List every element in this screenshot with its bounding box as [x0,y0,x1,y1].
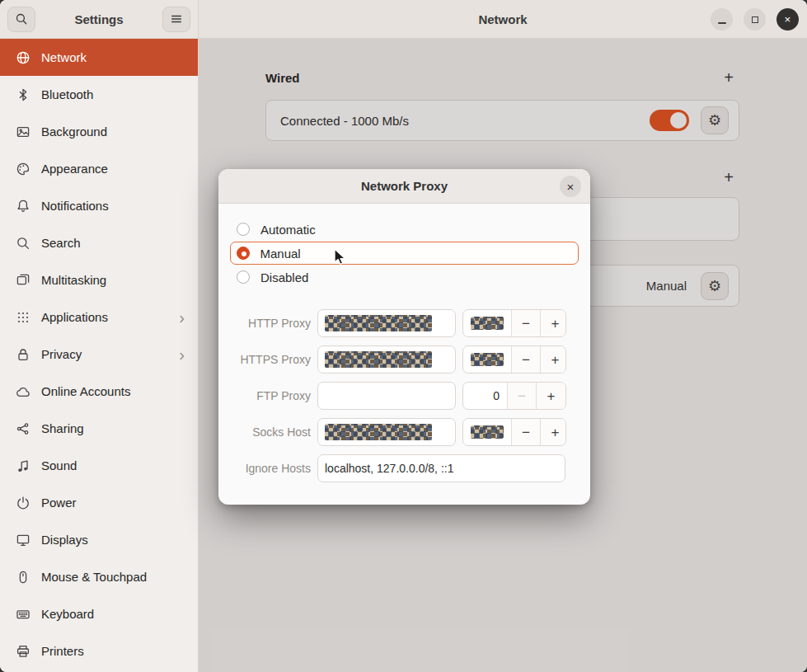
ftp-proxy-label: FTP Proxy [218,389,311,402]
https-proxy-port-decrement-button[interactable]: − [512,346,541,373]
proxy-mode-label: Automatic [260,223,316,237]
sidebar-item-displays[interactable]: Displays [0,521,198,558]
sound-icon [16,458,30,473]
sidebar-item-network[interactable]: Network [0,39,198,76]
sidebar-item-label: Sharing [41,421,84,435]
sidebar-item-label: Multitasking [41,273,106,287]
search-icon [15,12,28,26]
maximize-icon [752,16,758,23]
socks-host-port-increment-button[interactable]: + [541,419,566,445]
proxy-mode-label: Manual [260,247,301,261]
ftp-proxy-input[interactable] [317,382,456,410]
sidebar-item-label: Search [41,236,81,250]
sidebar-item-label: Appearance [41,162,108,176]
sidebar-item-printers[interactable]: Printers [0,632,198,670]
ignore-hosts-label: Ignore Hosts [218,462,311,475]
radio-icon[interactable] [237,270,250,284]
sidebar-item-label: Background [41,125,107,139]
socks-host-input[interactable] [317,418,456,446]
sidebar-item-appearance[interactable]: Appearance [0,150,198,187]
radio-icon[interactable] [237,223,250,236]
redacted-value [325,315,432,331]
sidebar-item-privacy[interactable]: Privacy› [0,336,198,373]
proxy-mode-manual[interactable]: Manual [230,242,579,265]
close-icon: × [785,13,791,26]
redacted-value [471,425,504,439]
ftp-proxy-row: FTP Proxy0−+ [218,382,590,410]
minimize-icon [718,22,726,24]
close-button[interactable]: × [777,8,799,31]
proxy-mode-options: AutomaticManualDisabled [218,218,590,289]
https-proxy-row: HTTPS Proxy−+ [218,345,590,374]
network-proxy-dialog: Network Proxy × AutomaticManualDisabled … [218,169,590,505]
redacted-value [325,351,432,368]
sidebar-item-search[interactable]: Search [0,224,198,261]
displays-icon [16,533,30,547]
ftp-proxy-port-decrement-button: − [508,383,537,409]
sidebar-item-online-accounts[interactable]: Online Accounts [0,373,198,410]
sidebar-item-sharing[interactable]: Sharing [0,410,198,447]
close-icon: × [567,181,575,193]
appearance-icon [16,162,30,176]
sidebar-item-keyboard[interactable]: Keyboard [0,595,198,632]
sidebar-item-label: Power [41,496,77,510]
https-proxy-input[interactable] [317,345,456,374]
minimize-button[interactable] [711,8,733,31]
sidebar-item-power[interactable]: Power [0,484,198,521]
https-proxy-port-increment-button[interactable]: + [541,346,566,373]
search-button[interactable] [7,7,35,32]
proxy-mode-label: Disabled [260,270,308,284]
globe-icon [16,50,30,65]
sidebar: Settings NetworkBluetoothBackgroundAppea… [0,0,199,672]
dialog-title: Network Proxy [361,179,448,193]
sidebar-headerbar: Settings [0,0,198,39]
socks-host-row: Socks Host−+ [218,418,590,446]
sidebar-item-label: Sound [41,458,77,472]
sidebar-item-multitasking[interactable]: Multitasking [0,261,198,298]
menu-button[interactable] [162,7,190,32]
sidebar-item-label: Online Accounts [41,384,130,398]
redacted-value [325,424,432,440]
sidebar-item-applications[interactable]: Applications› [0,298,198,336]
sidebar-item-label: Printers [41,644,84,658]
chevron-right-icon: › [179,346,190,363]
socks-host-port-value[interactable] [463,419,512,445]
chevron-right-icon: › [179,309,190,326]
settings-window: Settings NetworkBluetoothBackgroundAppea… [0,0,807,672]
https-proxy-port-value[interactable] [463,346,512,373]
sidebar-item-sound[interactable]: Sound [0,447,198,484]
mouse-icon [16,570,30,585]
ftp-proxy-port-value[interactable]: 0 [463,383,508,409]
socks-host-label: Socks Host [218,425,311,439]
http-proxy-port-decrement-button[interactable]: − [512,310,541,336]
dialog-close-button[interactable]: × [560,176,581,197]
power-icon [16,496,30,510]
radio-selected-icon[interactable] [237,247,250,260]
sidebar-item-notifications[interactable]: Notifications [0,187,198,224]
http-proxy-input[interactable] [317,309,456,337]
socks-host-port-decrement-button[interactable]: − [512,419,541,445]
app-title: Settings [35,12,162,26]
sidebar-item-bluetooth[interactable]: Bluetooth [0,76,198,113]
sidebar-item-mouse-touchpad[interactable]: Mouse & Touchpad [0,558,198,595]
sidebar-item-label: Bluetooth [41,87,93,101]
bluetooth-icon [16,87,30,102]
http-proxy-port-increment-button[interactable]: + [541,310,566,336]
sidebar-nav: NetworkBluetoothBackgroundAppearanceNoti… [0,39,198,670]
window-controls: × [711,8,799,31]
ignore-hosts-input[interactable]: localhost, 127.0.0.0/8, ::1 [317,454,565,482]
http-proxy-label: HTTP Proxy [218,317,311,330]
sidebar-item-label: Applications [41,310,108,324]
ignore-hosts-value: localhost, 127.0.0.0/8, ::1 [325,462,453,475]
sidebar-item-label: Network [41,50,87,64]
main-headerbar: Network × [199,0,807,39]
sidebar-item-background[interactable]: Background [0,113,198,150]
http-proxy-port-value[interactable] [463,310,512,336]
ftp-proxy-port-increment-button[interactable]: + [537,383,565,409]
sidebar-item-label: Privacy [41,347,82,361]
bell-icon [16,199,30,214]
keyboard-icon [16,607,30,622]
proxy-mode-automatic[interactable]: Automatic [218,218,590,241]
proxy-mode-disabled[interactable]: Disabled [218,266,590,289]
maximize-button[interactable] [744,8,766,31]
